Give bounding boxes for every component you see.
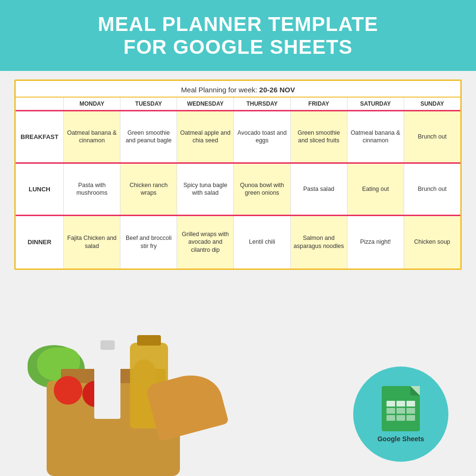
meal-label: BREAKFAST [16,111,63,162]
meal-food-cell: Salmon and asparagus noodles [290,216,347,268]
icon-fold [410,386,420,396]
grid-cell [407,401,415,407]
google-sheets-label: Google Sheets [377,435,424,443]
meal-food-cell: Pasta with mushrooms [63,164,120,215]
day-header-cell: SUNDAY [404,98,460,110]
tomato1-shape [54,376,82,405]
bottle1-top [100,340,115,350]
meal-row: BREAKFASTOatmeal banana & cinnamonGreen … [16,111,460,164]
meal-food-cell: Oatmeal apple and chia seed [177,111,233,162]
week-dates: 20-26 NOV [259,86,295,94]
grid-cell [397,401,405,407]
day-header-cell: FRIDAY [290,98,347,110]
meal-food-cell: Pizza night! [347,216,404,268]
meal-food-cell: Brunch out [404,111,460,162]
week-header: Meal Planning for week: 20-26 NOV [16,81,460,98]
grid-cell [387,408,395,414]
meal-row: DINNERFajita Chicken and saladBeef and b… [16,216,460,268]
grid-cell [387,401,395,407]
grid-cell [397,415,405,421]
meal-food-cell: Spicy tuna bagle with salad [177,164,233,215]
title-line1: MEAL PLANNER TEMPLATE [10,13,466,35]
meal-food-cell: Oatmeal banana & cinnamon [63,111,120,162]
day-header-cell: WEDNESDAY [177,98,233,110]
day-header-cell: MONDAY [63,98,120,110]
meal-food-cell: Beef and broccoli stir fry [120,216,177,268]
meal-food-cell: Avocado toast and eggs [233,111,290,162]
meal-food-cell: Brunch out [404,164,460,215]
day-header-cell: TUESDAY [120,98,177,110]
meal-rows: BREAKFASTOatmeal banana & cinnamonGreen … [16,111,460,268]
google-sheets-badge[interactable]: Google Sheets [353,367,448,462]
meal-food-cell: Fajita Chicken and salad [63,216,120,268]
meal-food-cell: Qunoa bowl with green onions [233,164,290,215]
days-header-row: MONDAYTUESDAYWEDNESDAYTHURSDAYFRIDAYSATU… [16,98,460,111]
meal-food-cell: Grilled wraps with avocado and cilantro … [177,216,233,268]
grid-cell [407,408,415,414]
meal-food-cell: Pasta salad [290,164,347,215]
meal-food-cell: Eating out [347,164,404,215]
meal-food-cell: Green smoothie and sliced fruits [290,111,347,162]
page-wrapper: MEAL PLANNER TEMPLATE for GOOGLE SHEETS … [0,0,476,476]
header-empty-cell [16,98,63,110]
day-header-cell: SATURDAY [347,98,404,110]
title-banner: MEAL PLANNER TEMPLATE for GOOGLE SHEETS [0,0,476,71]
grid-cell [407,415,415,421]
meal-food-cell: Chicken ranch wraps [120,164,177,215]
meal-label: DINNER [16,216,63,268]
meal-food-cell: Lentil chili [233,216,290,268]
day-header-cell: THURSDAY [233,98,290,110]
bottle2-top [137,335,161,346]
meal-row: LUNCHPasta with mushroomsChicken ranch w… [16,164,460,216]
bottle1-shape [94,347,120,419]
icon-grid [387,401,415,426]
google-sheets-icon [382,386,420,431]
meal-planner-table: Meal Planning for week: 20-26 NOV MONDAY… [14,79,462,270]
title-line2: for GOOGLE SHEETS [10,35,466,59]
meal-food-cell: Oatmeal banana & cinnamon [347,111,404,162]
grid-cell [387,415,395,421]
main-content: Meal Planning for week: 20-26 NOV MONDAY… [0,71,476,476]
grid-cell [397,408,405,414]
bottom-section: Google Sheets [9,270,467,476]
week-label: Meal Planning for week: [181,86,257,94]
meal-food-cell: Green smoothie and peanut bagle [120,111,177,162]
meal-food-cell: Chicken soup [404,216,460,268]
meal-label: LUNCH [16,164,63,215]
grocery-illustration [9,333,275,476]
